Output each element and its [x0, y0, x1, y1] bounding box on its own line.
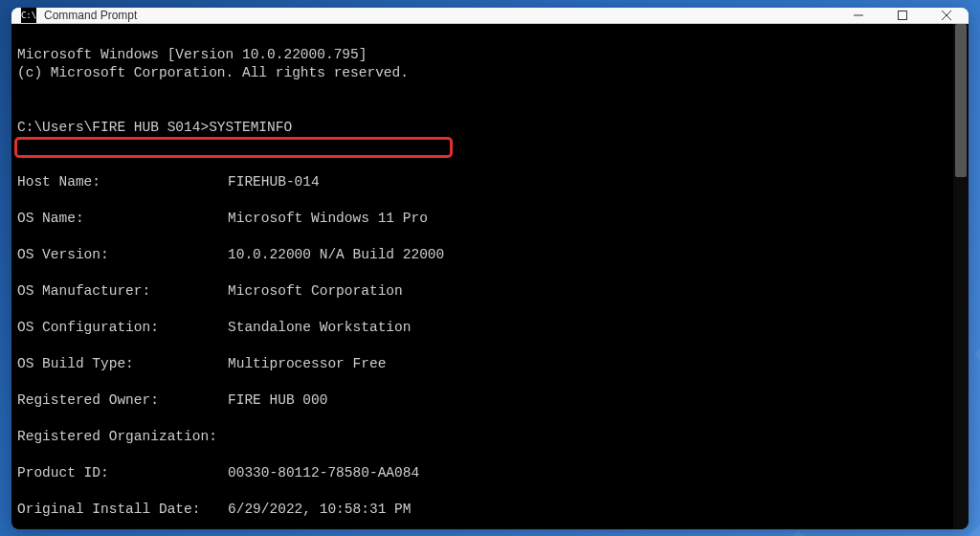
- row-label: OS Version:: [17, 246, 228, 264]
- blank-line: [17, 82, 953, 100]
- row-value: FIREHUB-014: [228, 173, 320, 191]
- row-label: OS Manufacturer:: [17, 282, 228, 301]
- banner-line: Microsoft Windows [Version 10.0.22000.79…: [17, 47, 367, 62]
- row-label: Host Name:: [17, 173, 228, 191]
- row-label: OS Configuration:: [17, 319, 228, 337]
- close-icon: [942, 11, 951, 20]
- row-value: Standalone Workstation: [228, 319, 411, 337]
- row-value: 00330-80112-78580-AA084: [228, 464, 419, 482]
- info-row: Product ID:00330-80112-78580-AA084: [17, 464, 953, 482]
- row-label: Registered Organization:: [17, 428, 228, 446]
- close-button[interactable]: [924, 8, 969, 23]
- row-value: FIRE HUB 000: [228, 391, 327, 410]
- info-row: Registered Owner:FIRE HUB 000: [17, 391, 953, 410]
- svg-rect-1: [899, 11, 907, 20]
- row-value: Multiprocessor Free: [228, 355, 386, 373]
- row-value: 10.0.22000 N/A Build 22000: [228, 246, 444, 264]
- info-row: OS Name:Microsoft Windows 11 Pro: [17, 210, 953, 228]
- info-row: Host Name:FIREHUB-014: [17, 173, 953, 191]
- minimize-button[interactable]: [836, 8, 880, 23]
- maximize-icon: [898, 11, 907, 20]
- info-row: Original Install Date:6/29/2022, 10:58:3…: [17, 501, 953, 519]
- info-row: OS Manufacturer:Microsoft Corporation: [17, 282, 953, 301]
- banner-line: (c) Microsoft Corporation. All rights re…: [17, 65, 409, 80]
- prompt-path: C:\Users\FIRE HUB S014>: [17, 120, 209, 135]
- row-value: Microsoft Windows 11 Pro: [228, 210, 428, 228]
- row-label: OS Name:: [17, 210, 228, 228]
- minimize-icon: [854, 11, 863, 20]
- blank-line: [17, 137, 953, 155]
- terminal-output[interactable]: Microsoft Windows [Version 10.0.22000.79…: [11, 24, 953, 529]
- row-value: Microsoft Corporation: [228, 282, 403, 301]
- info-row: OS Configuration:Standalone Workstation: [17, 319, 953, 337]
- titlebar[interactable]: C:\ Command Prompt: [11, 8, 969, 23]
- window-controls: [836, 8, 969, 23]
- info-row: Registered Organization:: [17, 428, 953, 446]
- row-label: Registered Owner:: [17, 391, 228, 410]
- info-row: OS Build Type:Multiprocessor Free: [17, 355, 953, 373]
- vertical-scrollbar[interactable]: [953, 24, 969, 529]
- command-prompt-window: C:\ Command Prompt Microsoft Windows [Ve…: [11, 8, 969, 529]
- row-label: Original Install Date:: [17, 501, 228, 519]
- terminal-area: Microsoft Windows [Version 10.0.22000.79…: [11, 23, 969, 529]
- row-label: OS Build Type:: [17, 355, 228, 373]
- window-title: Command Prompt: [44, 9, 836, 22]
- maximize-button[interactable]: [880, 8, 924, 23]
- info-row-osver: OS Version:10.0.22000 N/A Build 22000: [17, 246, 953, 264]
- row-value: 6/29/2022, 10:58:31 PM: [228, 501, 411, 519]
- scroll-thumb[interactable]: [955, 24, 967, 177]
- command-prompt-icon: C:\: [21, 8, 36, 23]
- row-label: Product ID:: [17, 464, 228, 482]
- prompt-command: SYSTEMINFO: [209, 120, 292, 135]
